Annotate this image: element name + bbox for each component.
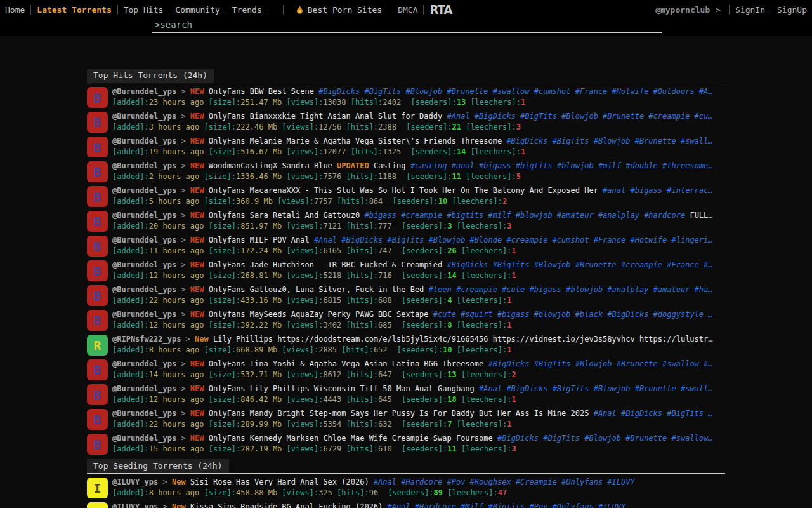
added-label: [added]: xyxy=(112,488,149,497)
nav-home[interactable]: Home xyxy=(5,5,25,15)
uploader-avatar[interactable]: I xyxy=(87,502,108,508)
uploader-handle[interactable]: @Burunddel_yps xyxy=(112,112,176,121)
dmca-link[interactable]: DMCA xyxy=(398,5,417,15)
leechers-label: [leechers]: xyxy=(461,395,511,404)
torrent-tags[interactable]: #Anal #Hardcore #Pov #Roughsex #Creampie… xyxy=(374,478,635,486)
uploader-handle[interactable]: @Burunddel_yps xyxy=(112,384,176,393)
uploader-avatar[interactable]: B xyxy=(87,87,108,108)
torrent-title[interactable]: Lily Phillips https://doodstream.com/e/l… xyxy=(213,335,712,344)
torrent-tags[interactable]: #Anal #BigDicks #BigTits #Blowjob #Brune… xyxy=(447,112,712,121)
uploader-avatar[interactable]: B xyxy=(87,434,108,455)
torrent-tags[interactable]: #BigDicks #BigTits #Blowjob #Brunette #s… xyxy=(488,359,713,368)
uploader-avatar[interactable]: B xyxy=(87,260,108,281)
uploader-handle[interactable]: @Burunddel_yps xyxy=(112,87,176,96)
uploader-avatar[interactable]: R xyxy=(87,335,108,356)
torrent-title[interactable]: Onlyfans MILF POV Anal xyxy=(209,236,310,244)
uploader-handle[interactable]: @Burunddel_yps xyxy=(112,359,176,368)
torrent-tags[interactable]: #BigDicks #BigTits #Blowjob #Brunette #s… xyxy=(318,87,712,96)
torrent-title[interactable]: OnlyFans Lily Phillips Wisconsin Tiff 50… xyxy=(209,384,475,393)
nav-top-hits[interactable]: Top Hits xyxy=(124,5,164,15)
new-badge: New xyxy=(172,502,186,508)
added-label: [added]: xyxy=(112,147,149,156)
torrent-title[interactable]: Kissa Sins Roadside BG Anal Fucking (202… xyxy=(190,502,383,508)
torrent-title-cont[interactable]: Casting xyxy=(374,161,406,170)
torrent-title[interactable]: OnlyFans Mandy Bright Step-mom Says Her … xyxy=(209,409,589,418)
torrent-tags[interactable]: #teen #creampie #cute #bigass #blowjob #… xyxy=(429,285,713,294)
views-value: 12077 xyxy=(323,147,346,156)
uploader-avatar[interactable]: B xyxy=(87,285,108,306)
uploader-avatar[interactable]: B xyxy=(87,112,108,133)
torrent-title[interactable]: Onlyfans Sara Retali And Gattouz0 xyxy=(209,211,360,220)
uploader-avatar[interactable]: B xyxy=(87,137,108,157)
seeders-value: 3 xyxy=(447,222,452,231)
torrent-tags[interactable]: #bigass #creampie #bigtits #milf #blowjo… xyxy=(364,211,685,220)
torrent-title[interactable]: OnlyFans Tina Yoshi & Agatha Vega Asian … xyxy=(209,359,483,368)
chevron-right-icon: > xyxy=(181,87,185,96)
seeders-value: 13 xyxy=(457,98,466,107)
uploader-handle[interactable]: @Burunddel_yps xyxy=(112,260,176,269)
torrent-title[interactable]: OnlyFans MacarenaXXX - This Slut Was So … xyxy=(209,186,598,195)
seeders-label: [seeders]: xyxy=(402,420,447,429)
uploader-avatar[interactable]: B xyxy=(87,236,108,257)
uploader-handle[interactable]: @RIPNsfw222_yps xyxy=(112,335,181,344)
torrent-tags[interactable]: #BigDicks #BigTits #Blowjob #Brunette #c… xyxy=(447,260,712,269)
signin-link[interactable]: SignIn xyxy=(735,5,765,15)
uploader-handle[interactable]: @ILUVY_yps xyxy=(112,502,158,508)
uploader-handle[interactable]: @Burunddel_yps xyxy=(112,236,176,244)
hits-label: [hits]: xyxy=(351,98,383,107)
size-label: [size]: xyxy=(204,123,237,131)
section-title-tab: Top Seeding Torrents (24h) xyxy=(87,459,229,473)
hits-label: [hits]: xyxy=(346,271,379,280)
uploader-handle[interactable]: @Burunddel_yps xyxy=(112,409,176,418)
uploader-avatar[interactable]: B xyxy=(87,359,108,380)
torrent-title[interactable]: OnlyFans Kennedy Marksen Chloe Mae Wife … xyxy=(209,434,493,443)
uploader-avatar[interactable]: B xyxy=(87,310,108,331)
torrent-tags[interactable]: #Anal #Hardcore #Milf #Bigtits #Pov #Onl… xyxy=(388,502,626,508)
torrent-tags[interactable]: #BigDicks #BigTits #Blowjob #Brunette #s… xyxy=(506,137,712,145)
uploader-avatar[interactable]: B xyxy=(87,384,108,405)
chevron-right-icon: > xyxy=(181,137,185,145)
torrent-title[interactable]: OnlyFans Melanie Marie & Agatha Vega Sis… xyxy=(209,137,502,145)
uploader-handle[interactable]: @ILUVY_yps xyxy=(112,478,158,486)
torrent-tags[interactable]: #Anal #BigDicks #BigTits #Blowjob #Brune… xyxy=(479,384,712,393)
torrent-tags[interactable]: #BigDicks #BigTits #Blowjob #Brunette #s… xyxy=(497,434,713,443)
torrent-tags[interactable]: #casting #anal #bigass #bigtits #blowjob… xyxy=(410,161,713,170)
torrent-tags[interactable]: #cute #squirt #bigass #blowjob #black #B… xyxy=(433,310,713,319)
views-value: 7121 xyxy=(323,222,341,231)
torrent-title[interactable]: OnlyFans Bianxxxkie Tight Asian Anal Slu… xyxy=(209,112,442,121)
torrent-title[interactable]: OnlyFans BBW Best Scene xyxy=(209,87,314,96)
torrent-tags[interactable]: #Anal #BigDicks #BigTits … xyxy=(594,409,713,418)
nav-community[interactable]: Community xyxy=(175,5,219,15)
uploader-handle[interactable]: @Burunddel_yps xyxy=(112,285,176,294)
uploader-avatar[interactable]: B xyxy=(87,211,108,232)
torrent-title[interactable]: Sisi Rose Has Very Hard Anal Sex (2026) xyxy=(190,478,369,486)
uploader-handle[interactable]: @Burunddel_yps xyxy=(112,434,176,443)
views-label: [views]: xyxy=(287,172,324,181)
uploader-avatar[interactable]: B xyxy=(87,186,108,207)
uploader-avatar[interactable]: B xyxy=(87,409,108,430)
best-porn-sites-link[interactable]: Best Porn Sites xyxy=(296,5,382,15)
torrent-tags[interactable]: #Anal #BigDicks #BigTits #Blowjob #Blond… xyxy=(314,236,713,244)
added-label: [added]: xyxy=(112,197,149,206)
torrent-title[interactable]: WoodmanCastingX Sandra Blue xyxy=(209,161,332,170)
uploader-handle[interactable]: @Burunddel_yps xyxy=(112,211,176,220)
site-handle[interactable]: @mypornclub xyxy=(655,5,710,15)
torrent-tags[interactable]: #anal #bigass #interrac… xyxy=(603,186,712,195)
torrent-stats: [added]:3 hours ago [size]:222.46 Mb [vi… xyxy=(112,122,725,132)
torrent-title[interactable]: OnlyFans Jade Hutchison - IR BBC Fucked … xyxy=(209,260,442,269)
uploader-handle[interactable]: @Burunddel_yps xyxy=(112,137,176,145)
uploader-handle[interactable]: @Burunddel_yps xyxy=(112,186,176,195)
uploader-avatar[interactable]: I xyxy=(87,478,108,498)
torrent-title[interactable]: OnlyFans Gattouz0, Luna Silver, Fuck in … xyxy=(209,285,424,294)
nav-latest-torrents[interactable]: Latest Torrents xyxy=(37,5,111,15)
uploader-avatar[interactable]: B xyxy=(87,161,108,182)
leechers-value: 2 xyxy=(511,370,516,379)
nav-trends[interactable]: Trends xyxy=(232,5,262,15)
signup-link[interactable]: SignUp xyxy=(777,5,807,15)
seeders-value: 10 xyxy=(438,197,447,206)
flame-icon xyxy=(296,6,304,15)
uploader-handle[interactable]: @Burunddel_yps xyxy=(112,161,176,170)
uploader-handle[interactable]: @Burunddel_yps xyxy=(112,310,176,319)
torrent-title[interactable]: Onlyfans MaySeeds AquaZay Perky PAWG BBC… xyxy=(209,310,429,319)
search-input[interactable] xyxy=(152,18,662,33)
